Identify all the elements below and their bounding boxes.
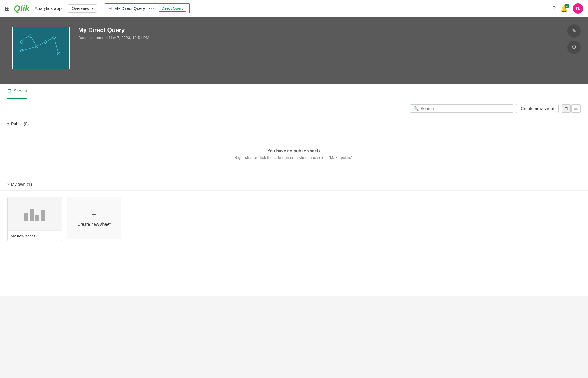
pill-app-name: My Direct Query — [115, 6, 145, 11]
svg-rect-0 — [13, 27, 69, 69]
sheet-card[interactable]: My new sheet ··· — [7, 197, 62, 241]
create-plus-icon: + — [92, 210, 96, 219]
list-view-button[interactable]: ☰ — [571, 104, 581, 113]
content-area: ⊟ Sheets 🔍 Create new sheet ⊞ ☰ ▾ Public… — [0, 84, 588, 296]
app-header: My Direct Query Data last loaded: Nov 7,… — [0, 17, 588, 84]
search-input[interactable] — [420, 106, 510, 111]
myown-section-header[interactable]: ▾ My own (1) — [0, 178, 588, 191]
edit-button[interactable]: ✎ — [567, 24, 581, 38]
top-navigation: ⊞ Qlik Analytics app Overview ▾ ⊟ My Dir… — [0, 0, 588, 17]
help-icon[interactable]: ? — [552, 5, 556, 12]
app-name: My Direct Query — [78, 27, 149, 34]
app-info: My Direct Query Data last loaded: Nov 7,… — [78, 27, 149, 40]
myown-chevron-icon: ▾ — [7, 182, 9, 186]
notification-badge: 1 — [565, 4, 569, 8]
app-thumbnail — [12, 27, 70, 69]
create-new-sheet-button[interactable]: Create new sheet — [516, 104, 559, 113]
settings-button[interactable]: ⚙ — [567, 41, 581, 54]
overview-label: Overview — [72, 6, 89, 11]
sheets-tab-icon: ⊟ — [7, 88, 11, 94]
app-title: Analytics app — [35, 6, 62, 11]
public-chevron-icon: ▾ — [7, 122, 9, 126]
tab-sheets[interactable]: ⊟ Sheets — [7, 84, 27, 99]
qlik-logo: Qlik — [14, 4, 30, 13]
create-card-label: Create new sheet — [77, 222, 111, 227]
sheets-toolbar: 🔍 Create new sheet ⊞ ☰ — [0, 99, 588, 118]
sheet-card-thumbnail — [8, 197, 62, 230]
sheet-card-name: My new sheet — [11, 234, 35, 238]
empty-state-title: You have no public sheets — [7, 149, 581, 153]
nav-right: ? 🔔 1 TL — [552, 3, 583, 14]
create-new-sheet-card[interactable]: + Create new sheet — [67, 197, 121, 239]
notification-icon[interactable]: 🔔 1 — [560, 5, 568, 12]
sheet-card-footer: My new sheet ··· — [8, 230, 62, 241]
chevron-down-icon: ▾ — [91, 6, 93, 11]
myown-section-label: My own (1) — [11, 182, 32, 187]
empty-state-sub: Right-click or click the ... button on a… — [7, 155, 581, 160]
pill-badge[interactable]: Direct Query — [159, 5, 186, 12]
active-app-pill: ⊟ My Direct Query ··· Direct Query — [105, 3, 190, 13]
avatar[interactable]: TL — [573, 3, 583, 14]
pill-more-button[interactable]: ··· — [149, 5, 155, 12]
sheet-icon: ⊟ — [108, 5, 112, 11]
cards-grid: My new sheet ··· + Create new sheet — [0, 191, 588, 247]
search-icon: 🔍 — [413, 106, 419, 111]
bar-chart-icon — [24, 206, 45, 221]
header-actions: ✎ ⚙ — [567, 24, 581, 54]
view-toggle: ⊞ ☰ — [562, 104, 581, 113]
grid-view-button[interactable]: ⊞ — [562, 104, 571, 113]
public-empty-state: You have no public sheets Right-click or… — [0, 130, 588, 178]
app-meta: Data last loaded: Nov 7, 2023, 12:51 PM — [78, 35, 149, 40]
overview-dropdown[interactable]: Overview ▾ — [68, 4, 97, 13]
tabs-bar: ⊟ Sheets — [0, 84, 588, 99]
public-section-label: Public (0) — [11, 122, 29, 126]
public-section-header[interactable]: ▾ Public (0) — [0, 118, 588, 130]
sheets-tab-label: Sheets — [14, 89, 27, 93]
grid-icon[interactable]: ⊞ — [5, 5, 10, 12]
sheet-more-button[interactable]: ··· — [54, 233, 58, 239]
search-box[interactable]: 🔍 — [410, 104, 513, 113]
